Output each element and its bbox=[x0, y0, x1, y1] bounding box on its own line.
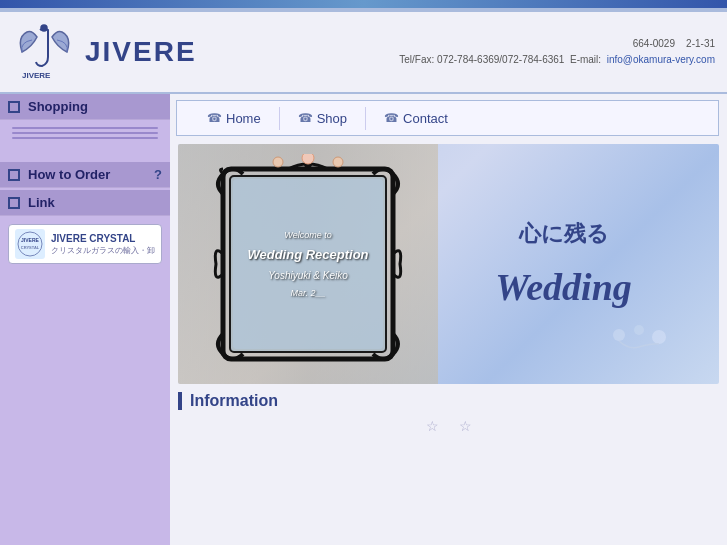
sidebar-gap-1 bbox=[0, 146, 170, 162]
question-mark: ? bbox=[154, 167, 162, 182]
main-wrapper: JIVERE JIVERE 664-0029 2-1-31 Tel/Fax: 0… bbox=[0, 12, 727, 545]
link-icon bbox=[8, 197, 20, 209]
shop-phone-icon: ☎ bbox=[298, 111, 313, 125]
crystal-text-block: JIVERE CRYSTAL クリスタルガラスの輸入・卸 bbox=[51, 232, 155, 256]
sidebar-menu-lines bbox=[0, 120, 170, 146]
main-content: ☎ Home ☎ Shop ☎ Contact bbox=[170, 94, 727, 545]
nav-bar: ☎ Home ☎ Shop ☎ Contact bbox=[176, 100, 719, 136]
crystal-logo: JIVERE CRYSTAL bbox=[15, 229, 45, 259]
shopping-label: Shopping bbox=[28, 99, 88, 114]
svg-point-11 bbox=[613, 329, 625, 341]
hero-right: 心に残る Wedding bbox=[408, 199, 719, 329]
information-section: Information bbox=[178, 392, 719, 410]
svg-text:JIVERE: JIVERE bbox=[22, 71, 51, 80]
deco-flowers bbox=[599, 315, 679, 359]
info-title: Information bbox=[190, 392, 278, 409]
logo-left: JIVERE JIVERE bbox=[12, 22, 232, 82]
how-to-order-header[interactable]: How to Order ? bbox=[0, 162, 170, 188]
how-to-order-section: How to Order ? bbox=[0, 162, 170, 188]
full-layout: JIVERE JIVERE 664-0029 2-1-31 Tel/Fax: 0… bbox=[0, 12, 727, 545]
nav-shop[interactable]: ☎ Shop bbox=[280, 107, 366, 130]
svg-point-12 bbox=[634, 325, 644, 335]
nav-contact-label: Contact bbox=[403, 111, 448, 126]
contact-info: 664-0029 2-1-31 Tel/Fax: 072-784-6369/07… bbox=[232, 36, 715, 68]
info-stars: ☆ ☆ bbox=[170, 418, 727, 434]
svg-point-8 bbox=[273, 157, 283, 167]
menu-line-2 bbox=[12, 132, 158, 134]
email-link[interactable]: info@okamura-very.com bbox=[607, 54, 715, 65]
hero-japanese: 心に残る bbox=[519, 219, 609, 249]
frame-content: Welcome to Wedding Reception Yoshiyuki &… bbox=[233, 179, 383, 349]
link-label: Link bbox=[28, 195, 55, 210]
frame-welcome: Welcome to Wedding Reception Yoshiyuki &… bbox=[247, 227, 368, 301]
phone-info: Tel/Fax: 072-784-6369/072-784-6361 E-mai… bbox=[232, 52, 715, 68]
shopping-icon bbox=[8, 101, 20, 113]
nav-shop-label: Shop bbox=[317, 111, 347, 126]
link-header[interactable]: Link bbox=[0, 190, 170, 216]
hero-wedding: Wedding bbox=[495, 265, 632, 309]
svg-point-13 bbox=[652, 330, 666, 344]
nav-contact[interactable]: ☎ Contact bbox=[366, 107, 466, 130]
how-to-order-icon bbox=[8, 169, 20, 181]
crystal-banner[interactable]: JIVERE CRYSTAL JIVERE CRYSTAL クリスタルガラスの輸… bbox=[8, 224, 162, 264]
home-phone-icon: ☎ bbox=[207, 111, 222, 125]
shopping-header[interactable]: Shopping bbox=[0, 94, 170, 120]
sidebar: Shopping How to Order bbox=[0, 94, 170, 545]
logo-section: JIVERE JIVERE 664-0029 2-1-31 Tel/Fax: 0… bbox=[0, 12, 727, 94]
how-to-order-label: How to Order bbox=[28, 167, 110, 182]
svg-point-2 bbox=[18, 232, 42, 256]
crystal-sub: クリスタルガラスの輸入・卸 bbox=[51, 245, 155, 256]
menu-line-1 bbox=[12, 127, 158, 129]
iron-frame: Welcome to Wedding Reception Yoshiyuki &… bbox=[208, 154, 408, 374]
svg-point-10 bbox=[333, 157, 343, 167]
shopping-section: Shopping bbox=[0, 94, 170, 146]
brand-name: JIVERE bbox=[85, 36, 197, 68]
star-1: ☆ bbox=[426, 418, 439, 434]
link-section: Link bbox=[0, 190, 170, 216]
star-2: ☆ bbox=[459, 418, 472, 434]
svg-point-0 bbox=[41, 25, 47, 31]
menu-line-3 bbox=[12, 137, 158, 139]
nav-home-label: Home bbox=[226, 111, 261, 126]
hero-content: Welcome to Wedding Reception Yoshiyuki &… bbox=[178, 154, 719, 374]
nav-content-row: Shopping How to Order bbox=[0, 94, 727, 545]
crystal-brand: JIVERE CRYSTAL bbox=[51, 232, 155, 245]
top-bar bbox=[0, 0, 727, 8]
hero-image: Welcome to Wedding Reception Yoshiyuki &… bbox=[178, 144, 719, 384]
svg-point-9 bbox=[302, 154, 314, 164]
contact-phone-icon: ☎ bbox=[384, 111, 399, 125]
svg-text:CRYSTAL: CRYSTAL bbox=[21, 245, 40, 250]
header-row: JIVERE JIVERE 664-0029 2-1-31 Tel/Fax: 0… bbox=[0, 12, 727, 94]
nav-home[interactable]: ☎ Home bbox=[189, 107, 280, 130]
zip-addr: 664-0029 2-1-31 bbox=[232, 36, 715, 52]
svg-text:JIVERE: JIVERE bbox=[21, 237, 39, 243]
jivere-logo-bird: JIVERE bbox=[12, 22, 77, 82]
